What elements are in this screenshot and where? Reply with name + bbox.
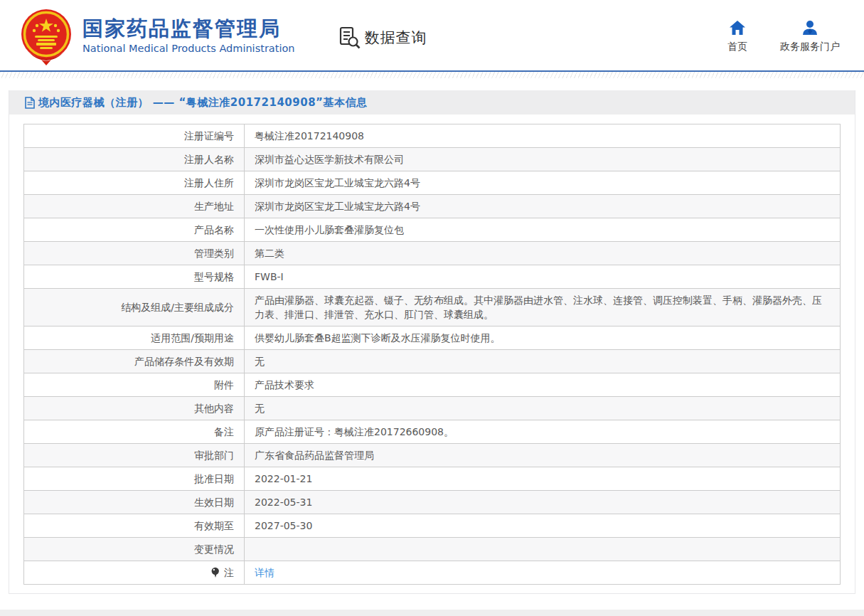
row-label: 结构及组成/主要组成成分 (24, 289, 245, 326)
info-table-body: 注册证编号粤械注准20172140908注册人名称深圳市益心达医学新技术有限公司… (24, 124, 841, 585)
user-icon (802, 20, 818, 36)
table-row: 产品储存条件及有效期无 (24, 350, 841, 373)
row-label: 注册人名称 (24, 148, 245, 171)
table-row: 变更情况 (24, 538, 841, 561)
data-query-label: 数据查询 (365, 28, 427, 48)
page-title: 境内医疗器械（注册） —— “粤械注准20172140908”基本信息 (38, 96, 367, 110)
content-panel: 境内医疗器械（注册） —— “粤械注准20172140908”基本信息 注册证编… (9, 90, 855, 594)
row-label: 注册证编号 (24, 124, 245, 148)
table-row: 注册人住所深圳市龙岗区宝龙工业城宝龙六路4号 (24, 171, 841, 195)
table-row: 结构及组成/主要组成成分产品由灌肠器、球囊充起器、镊子、无纺布组成。其中灌肠器由… (24, 289, 841, 326)
table-row: 产品名称一次性使用小儿肠套叠灌肠复位包 (24, 218, 841, 242)
row-label: 型号规格 (24, 265, 245, 289)
hatch-band (0, 72, 864, 78)
row-label: 审批部门 (24, 444, 245, 467)
table-wrap: 注册证编号粤械注准20172140908注册人名称深圳市益心达医学新技术有限公司… (9, 115, 855, 593)
row-value: FWB-Ⅰ (245, 265, 841, 289)
table-row: 注册人名称深圳市益心达医学新技术有限公司 (24, 148, 841, 171)
table-row: 注册证编号粤械注准20172140908 (24, 124, 841, 148)
row-value: 2022-01-21 (245, 467, 841, 491)
row-label: 备注 (24, 420, 245, 444)
info-table: 注册证编号粤械注准20172140908注册人名称深圳市益心达医学新技术有限公司… (23, 124, 841, 585)
row-value: 供婴幼儿肠套叠B超监测下诊断及水压灌肠复位时使用。 (245, 326, 841, 350)
table-row: 生效日期2022-05-31 (24, 491, 841, 514)
row-value: 原产品注册证号：粤械注准20172660908。 (245, 420, 841, 444)
table-row: 其他内容无 (24, 397, 841, 420)
table-row: 备注原产品注册证号：粤械注准20172660908。 (24, 420, 841, 444)
row-label: 适用范围/预期用途 (24, 326, 245, 350)
detail-link[interactable]: 详情 (255, 567, 274, 578)
row-value: 广东省食品药品监督管理局 (245, 444, 841, 467)
table-row: 适用范围/预期用途供婴幼儿肠套叠B超监测下诊断及水压灌肠复位时使用。 (24, 326, 841, 350)
header-nav: 首页 政务服务门户 (727, 20, 840, 53)
row-label: 生产地址 (24, 195, 245, 218)
data-query-icon (339, 26, 361, 49)
row-label: 附件 (24, 373, 245, 397)
row-value: 2022-05-31 (245, 491, 841, 514)
row-label: 生效日期 (24, 491, 245, 514)
row-value: 无 (245, 397, 841, 420)
nav-home-label: 首页 (727, 41, 747, 53)
row-value (245, 538, 841, 561)
org-name-en: National Medical Products Administration (82, 43, 295, 54)
row-label: 变更情况 (24, 538, 245, 561)
brand-block: 国家药品监督管理局 National Medical Products Admi… (82, 16, 295, 54)
table-row: 审批部门广东省食品药品监督管理局 (24, 444, 841, 467)
row-label: 产品储存条件及有效期 (24, 350, 245, 373)
footer-band (0, 610, 864, 616)
table-row: 注详情 (24, 561, 841, 585)
row-label: 管理类别 (24, 242, 245, 265)
row-value: 深圳市益心达医学新技术有限公司 (245, 148, 841, 171)
site-header: 国家药品监督管理局 National Medical Products Admi… (0, 0, 864, 70)
row-value: 详情 (245, 561, 841, 585)
row-label: 注册人住所 (24, 171, 245, 195)
nav-portal-label: 政务服务门户 (780, 41, 840, 53)
document-icon (25, 97, 35, 109)
nav-item-portal[interactable]: 政务服务门户 (780, 20, 840, 53)
table-row: 有效期至2027-05-30 (24, 514, 841, 538)
row-value: 无 (245, 350, 841, 373)
row-value: 一次性使用小儿肠套叠灌肠复位包 (245, 218, 841, 242)
row-label: 产品名称 (24, 218, 245, 242)
row-value: 产品由灌肠器、球囊充起器、镊子、无纺布组成。其中灌肠器由进水管、注水球、连接管、… (245, 289, 841, 326)
org-name-zh: 国家药品监督管理局 (82, 16, 295, 41)
table-row: 型号规格FWB-Ⅰ (24, 265, 841, 289)
row-label: 其他内容 (24, 397, 245, 420)
note-icon (211, 567, 220, 578)
table-row: 附件产品技术要求 (24, 373, 841, 397)
nav-item-home[interactable]: 首页 (727, 20, 747, 53)
national-emblem-logo (20, 9, 73, 65)
table-row: 批准日期2022-01-21 (24, 467, 841, 491)
row-value: 2027-05-30 (245, 514, 841, 538)
row-label: 注 (24, 561, 245, 585)
row-value: 深圳市龙岗区宝龙工业城宝龙六路4号 (245, 171, 841, 195)
row-value: 产品技术要求 (245, 373, 841, 397)
table-row: 管理类别第二类 (24, 242, 841, 265)
data-query-entry[interactable]: 数据查询 (339, 26, 427, 49)
table-row: 生产地址深圳市龙岗区宝龙工业城宝龙六路4号 (24, 195, 841, 218)
row-value: 第二类 (245, 242, 841, 265)
home-icon (730, 20, 745, 36)
row-value: 深圳市龙岗区宝龙工业城宝龙六路4号 (245, 195, 841, 218)
row-label: 有效期至 (24, 514, 245, 538)
row-value: 粤械注准20172140908 (245, 124, 841, 148)
row-label: 批准日期 (24, 467, 245, 491)
page-titlebar: 境内医疗器械（注册） —— “粤械注准20172140908”基本信息 (9, 90, 855, 115)
